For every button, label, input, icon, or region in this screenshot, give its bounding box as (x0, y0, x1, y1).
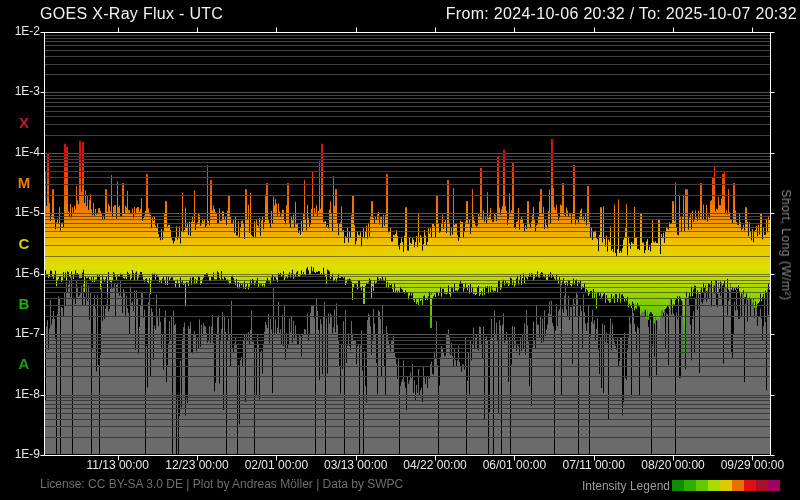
right-axis-label: Short, Long (W/m²) (779, 189, 793, 300)
y-tick-label: 1E-7 (0, 326, 40, 340)
y-tick-label: 1E-2 (0, 24, 40, 38)
intensity-legend-swatch (744, 480, 756, 491)
x-tick-label: 11/13 00:00 (86, 458, 149, 472)
flare-class-label-x: X (0, 114, 48, 131)
license-text: License: CC BY-SA 3.0 DE | Plot by Andre… (40, 477, 403, 491)
flux-chart-canvas (0, 0, 800, 500)
y-tick-label: 1E-8 (0, 387, 40, 401)
intensity-legend-swatch (708, 480, 720, 491)
intensity-legend-swatch (768, 480, 780, 491)
intensity-legend-swatch (696, 480, 708, 491)
flare-class-label-m: M (0, 174, 48, 191)
intensity-legend: Intensity Legend (582, 477, 780, 495)
page-title: GOES X-Ray Flux - UTC (40, 5, 223, 23)
flare-class-label-b: B (0, 295, 48, 312)
intensity-legend-label: Intensity Legend (582, 479, 670, 493)
x-tick-label: 04/22 00:00 (403, 458, 466, 472)
intensity-legend-swatch (732, 480, 744, 491)
intensity-legend-swatches (672, 477, 780, 495)
y-tick-label: 1E-9 (0, 447, 40, 461)
flare-class-label-a: A (0, 355, 48, 372)
intensity-legend-swatch (756, 480, 768, 491)
y-tick-label: 1E-6 (0, 266, 40, 280)
intensity-legend-swatch (720, 480, 732, 491)
x-tick-label: 07/11 00:00 (562, 458, 625, 472)
y-tick-label: 1E-4 (0, 145, 40, 159)
intensity-legend-swatch (672, 480, 684, 491)
x-tick-label: 02/01 00:00 (245, 458, 308, 472)
flare-class-label-c: C (0, 235, 48, 252)
x-tick-label: 09/29 00:00 (721, 458, 784, 472)
time-range-label: From: 2024-10-06 20:32 / To: 2025-10-07 … (446, 5, 797, 23)
intensity-legend-swatch (684, 480, 696, 491)
x-tick-label: 06/01 00:00 (483, 458, 546, 472)
x-tick-label: 08/20 00:00 (641, 458, 704, 472)
y-tick-label: 1E-3 (0, 84, 40, 98)
x-tick-label: 03/13 00:00 (324, 458, 387, 472)
x-tick-label: 12/23 00:00 (165, 458, 228, 472)
y-tick-label: 1E-5 (0, 205, 40, 219)
